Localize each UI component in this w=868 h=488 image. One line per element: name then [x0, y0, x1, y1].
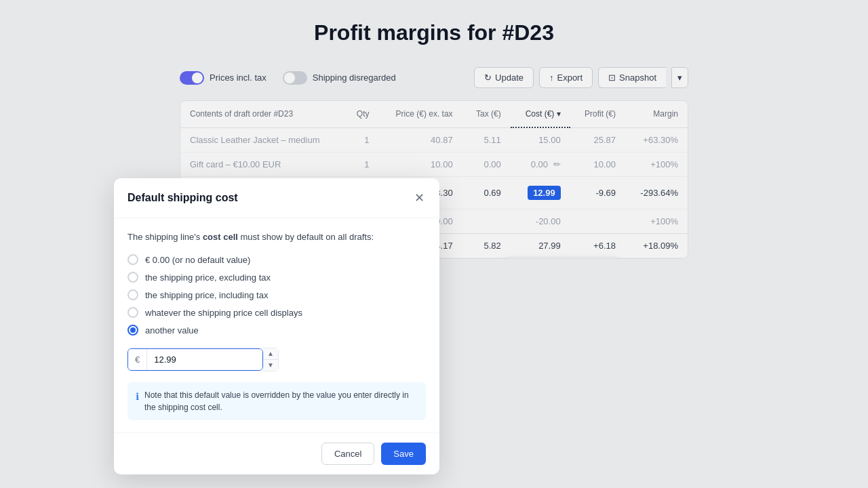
modal-title: Default shipping cost — [127, 192, 238, 204]
modal-description: The shipping line's cost cell must show … — [127, 230, 426, 244]
radio-label-4: another value — [145, 325, 199, 336]
currency-prefix: € — [128, 349, 147, 370]
save-button[interactable]: Save — [381, 443, 426, 465]
modal-footer: Cancel Save — [114, 432, 439, 474]
stepper-up-button[interactable]: ▲ — [263, 348, 278, 360]
stepper-down-button[interactable]: ▼ — [263, 360, 278, 371]
radio-input-2[interactable] — [127, 289, 138, 300]
radio-input-1[interactable] — [127, 272, 138, 283]
radio-item-4[interactable]: another value — [127, 325, 426, 336]
radio-item-2[interactable]: the shipping price, including tax — [127, 289, 426, 300]
radio-label-1: the shipping price, excluding tax — [145, 272, 271, 283]
modal-header: Default shipping cost ✕ — [114, 178, 439, 218]
radio-group: € 0.00 (or no default value) the shippin… — [127, 254, 426, 336]
value-input-wrapper: € ✕ — [127, 348, 263, 371]
modal-overlay: Default shipping cost ✕ The shipping lin… — [0, 0, 868, 488]
radio-label-3: whatever the shipping price cell display… — [145, 308, 302, 318]
radio-input-4[interactable] — [127, 325, 138, 336]
value-stepper: ▲ ▼ — [263, 348, 279, 371]
value-input-row: € ✕ ▲ ▼ — [127, 348, 426, 371]
default-shipping-modal: Default shipping cost ✕ The shipping lin… — [114, 178, 439, 475]
close-button[interactable]: ✕ — [413, 190, 426, 205]
modal-body: The shipping line's cost cell must show … — [114, 218, 439, 433]
info-text: Note that this default value is overridd… — [144, 389, 418, 413]
radio-item-1[interactable]: the shipping price, excluding tax — [127, 272, 426, 283]
value-input[interactable] — [147, 349, 263, 370]
radio-input-0[interactable] — [127, 254, 138, 265]
radio-item-0[interactable]: € 0.00 (or no default value) — [127, 254, 426, 265]
radio-input-3[interactable] — [127, 307, 138, 318]
cancel-button[interactable]: Cancel — [321, 443, 374, 465]
radio-label-0: € 0.00 (or no default value) — [145, 255, 250, 265]
info-icon: ℹ — [136, 390, 139, 404]
radio-label-2: the shipping price, including tax — [145, 290, 268, 300]
info-box: ℹ Note that this default value is overri… — [127, 382, 426, 420]
radio-item-3[interactable]: whatever the shipping price cell display… — [127, 307, 426, 318]
